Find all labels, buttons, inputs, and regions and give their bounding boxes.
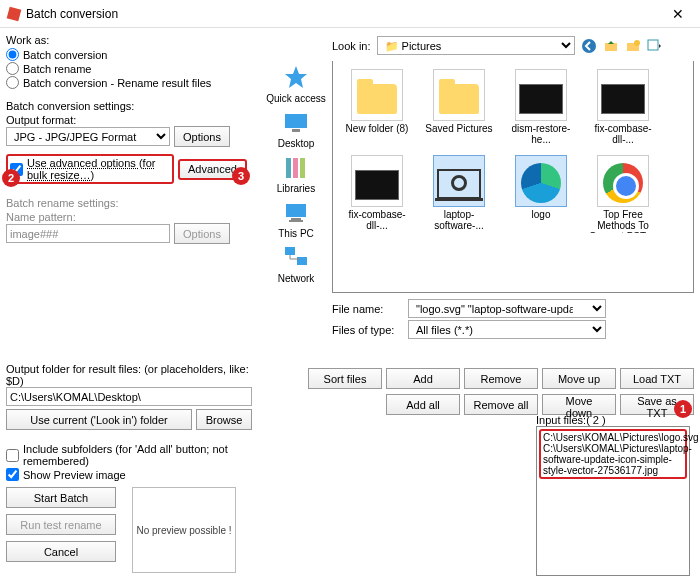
badge-2: 2 — [2, 169, 20, 187]
thumb-image[interactable]: fix-combase-dll-... — [339, 153, 415, 233]
svg-rect-12 — [291, 218, 301, 220]
thumb-image-selected[interactable]: laptop-software-... — [421, 153, 497, 233]
run-test-rename-button: Run test rename — [6, 514, 116, 535]
place-quick-access[interactable]: Quick access — [266, 61, 325, 104]
output-folder-input[interactable] — [6, 387, 252, 406]
include-subfolders-checkbox[interactable]: Include subfolders (for 'Add all' button… — [6, 443, 252, 467]
place-this-pc[interactable]: This PC — [278, 196, 314, 239]
svg-rect-5 — [648, 40, 658, 50]
list-item[interactable]: C:\Users\KOMAL\Pictures\logo.svg — [543, 432, 683, 443]
checkbox-label: Include subfolders (for 'Add all' button… — [23, 443, 252, 467]
thumb-label: Saved Pictures — [421, 123, 497, 147]
radio-batch-conversion[interactable]: Batch conversion — [6, 48, 252, 61]
close-icon[interactable]: ✕ — [658, 6, 698, 22]
place-label: Network — [278, 273, 315, 284]
preview-box: No preview possible ! — [132, 487, 236, 573]
right-panel: Look in: 📁 Pictures Quick access Desktop… — [258, 28, 700, 579]
place-network[interactable]: Network — [278, 241, 315, 284]
sort-files-button[interactable]: Sort files — [308, 368, 382, 389]
svg-rect-11 — [286, 204, 306, 217]
svg-rect-8 — [286, 158, 291, 178]
svg-rect-6 — [285, 114, 307, 128]
thumb-label: logo — [503, 209, 579, 233]
checkbox-label: Show Preview image — [23, 469, 126, 481]
add-all-button[interactable]: Add all — [386, 394, 460, 415]
title-bar: Batch conversion ✕ — [0, 0, 700, 28]
badge-1: 1 — [674, 400, 692, 418]
list-item[interactable]: C:\Users\KOMAL\Pictures\laptop-software-… — [543, 443, 683, 476]
thumb-folder[interactable]: New folder (8) — [339, 67, 415, 147]
advanced-options-checkbox[interactable]: Use advanced options (for bulk resize…) — [6, 154, 174, 184]
file-browser[interactable]: New folder (8) Saved Pictures dism-resto… — [332, 61, 694, 293]
rename-options-button: Options — [174, 223, 230, 244]
place-desktop[interactable]: Desktop — [278, 106, 315, 149]
place-label: This PC — [278, 228, 314, 239]
thumb-image-selected[interactable]: logo — [503, 153, 579, 233]
thumb-label: dism-restore-he... — [503, 123, 579, 147]
svg-point-4 — [634, 40, 640, 46]
thumb-label: Top Free Methods To Convert PST ... — [585, 209, 661, 233]
move-up-button[interactable]: Move up — [542, 368, 616, 389]
badge-3: 3 — [232, 167, 250, 185]
new-folder-icon[interactable] — [625, 38, 641, 54]
file-type-combo[interactable]: All files (*.*) — [408, 320, 606, 339]
place-label: Desktop — [278, 138, 315, 149]
radio-label: Batch conversion - Rename result files — [23, 77, 211, 89]
thumb-label: New folder (8) — [339, 123, 415, 147]
add-button[interactable]: Add — [386, 368, 460, 389]
svg-rect-13 — [289, 220, 303, 222]
place-libraries[interactable]: Libraries — [277, 151, 315, 194]
input-files-label: Input files:( 2 ) — [536, 414, 606, 426]
left-panel: Work as: Batch conversion Batch rename B… — [0, 28, 258, 579]
places-bar: Quick access Desktop Libraries This PC N… — [264, 61, 328, 293]
up-folder-icon[interactable] — [603, 38, 619, 54]
name-pattern-label: Name pattern: — [6, 211, 252, 223]
thumb-image[interactable]: Top Free Methods To Convert PST ... — [585, 153, 661, 233]
input-files-list[interactable]: C:\Users\KOMAL\Pictures\logo.svg C:\User… — [536, 426, 690, 576]
name-pattern-input — [6, 224, 170, 243]
file-name-combo[interactable]: "logo.svg" "laptop-software-update-icon-… — [408, 299, 606, 318]
radio-label: Batch rename — [23, 63, 91, 75]
place-label: Libraries — [277, 183, 315, 194]
window-title: Batch conversion — [26, 7, 658, 21]
svg-rect-7 — [292, 129, 300, 132]
look-in-select[interactable]: 📁 Pictures — [377, 36, 575, 55]
file-name-label: File name: — [332, 303, 402, 315]
remove-all-button[interactable]: Remove all — [464, 394, 538, 415]
file-type-label: Files of type: — [332, 324, 402, 336]
move-down-button[interactable]: Move down — [542, 394, 616, 415]
work-as-label: Work as: — [6, 34, 252, 46]
output-format-select[interactable]: JPG - JPG/JPEG Format — [6, 127, 170, 146]
options-button[interactable]: Options — [174, 126, 230, 147]
thumb-label: fix-combase-dll-... — [585, 123, 661, 147]
use-current-folder-button[interactable]: Use current ('Look in') folder — [6, 409, 192, 430]
radio-batch-rename[interactable]: Batch rename — [6, 62, 252, 75]
remove-button[interactable]: Remove — [464, 368, 538, 389]
radio-label: Batch conversion — [23, 49, 107, 61]
radio-batch-conv-rename[interactable]: Batch conversion - Rename result files — [6, 76, 252, 89]
start-batch-button[interactable]: Start Batch — [6, 487, 116, 508]
svg-rect-2 — [605, 43, 617, 51]
thumb-image[interactable]: dism-restore-he... — [503, 67, 579, 147]
back-icon[interactable] — [581, 38, 597, 54]
output-format-label: Output format: — [6, 114, 252, 126]
svg-rect-10 — [300, 158, 305, 178]
show-preview-checkbox[interactable]: Show Preview image — [6, 468, 252, 481]
thumb-image[interactable]: fix-combase-dll-... — [585, 67, 661, 147]
place-label: Quick access — [266, 93, 325, 104]
rename-settings-heading: Batch rename settings: — [6, 197, 252, 209]
output-folder-label: Output folder for result files: (or plac… — [6, 363, 252, 387]
thumb-label: laptop-software-... — [421, 209, 497, 233]
thumb-folder[interactable]: Saved Pictures — [421, 67, 497, 147]
svg-rect-14 — [285, 247, 295, 255]
browse-button[interactable]: Browse — [196, 409, 252, 430]
look-in-label: Look in: — [332, 40, 371, 52]
output-section: Output folder for result files: (or plac… — [6, 363, 252, 573]
batch-settings-heading: Batch conversion settings: — [6, 100, 252, 112]
svg-rect-9 — [293, 158, 298, 178]
load-txt-button[interactable]: Load TXT — [620, 368, 694, 389]
cancel-button[interactable]: Cancel — [6, 541, 116, 562]
checkbox-label: Use advanced options (for bulk resize…) — [27, 157, 170, 181]
svg-rect-15 — [297, 257, 307, 265]
view-menu-icon[interactable] — [647, 38, 663, 54]
